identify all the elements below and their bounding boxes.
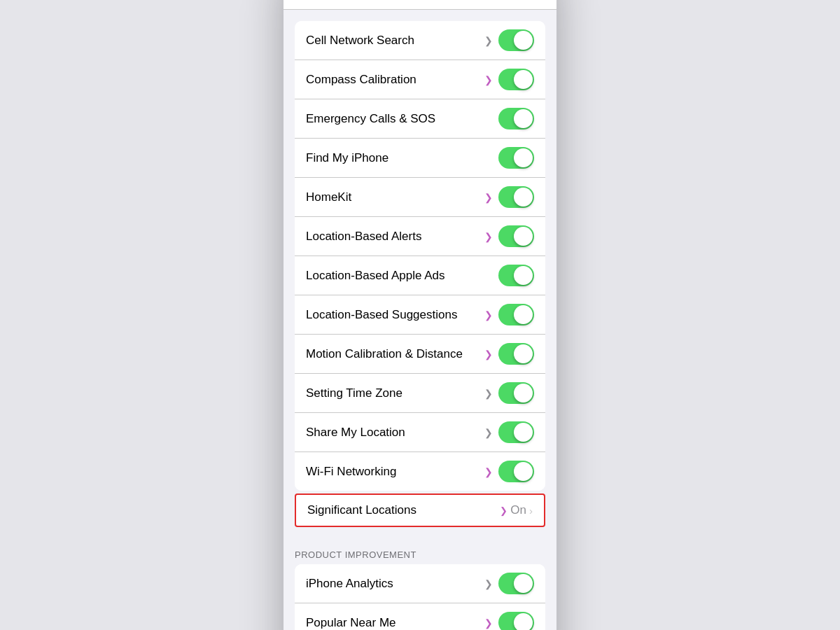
list-item: Popular Near Me ❯ <box>295 603 545 630</box>
significant-locations-container: Significant Locations ❯ On › <box>284 493 556 527</box>
location-icon: ❯ <box>484 349 493 360</box>
significant-location-icon: ❯ <box>500 505 507 516</box>
item-label: Location-Based Suggestions <box>306 308 457 322</box>
list-item: Motion Calibration & Distance ❯ <box>295 335 545 374</box>
list-item: Emergency Calls & SOS <box>295 99 545 139</box>
emergency-toggle[interactable] <box>498 108 534 130</box>
significant-locations-chevron-icon: › <box>529 505 533 517</box>
item-label: Wi-Fi Networking <box>306 465 396 479</box>
settings-list: Cell Network Search ❯ Compass Calibratio… <box>295 21 545 491</box>
back-label: Back <box>302 0 329 1</box>
location-icon: ❯ <box>484 466 493 477</box>
significant-locations-label: Significant Locations <box>307 503 416 517</box>
share-location-toggle[interactable] <box>498 421 534 443</box>
list-item: Share My Location ❯ <box>295 413 545 452</box>
location-icon: ❯ <box>484 192 493 203</box>
item-label: Cell Network Search <box>306 34 414 48</box>
location-icon: ❯ <box>484 74 493 85</box>
item-label: Popular Near Me <box>306 616 396 630</box>
homekit-toggle[interactable] <box>498 186 534 208</box>
list-item: Setting Time Zone ❯ <box>295 374 545 413</box>
location-icon: ❯ <box>484 309 493 321</box>
item-label: Motion Calibration & Distance <box>306 347 463 361</box>
compass-toggle[interactable] <box>498 69 534 90</box>
item-label: HomeKit <box>306 190 351 204</box>
location-icon: ❯ <box>484 617 493 629</box>
item-label: Compass Calibration <box>306 73 416 87</box>
location-icon: ❯ <box>484 427 493 438</box>
item-label: Location-Based Alerts <box>306 230 421 244</box>
location-suggestions-toggle[interactable] <box>498 304 534 326</box>
popular-near-me-toggle[interactable] <box>498 612 534 630</box>
nav-title: System Services <box>372 0 467 1</box>
back-chevron-icon: ‹ <box>295 0 300 1</box>
top-spacer <box>284 10 556 21</box>
phone-frame: 9:29 📶 ‹ Back System Services <box>284 0 556 630</box>
list-item: Wi-Fi Networking ❯ <box>295 452 545 491</box>
list-item: iPhone Analytics ❯ <box>295 564 545 603</box>
nav-bar: ‹ Back System Services <box>284 0 556 10</box>
wifi-networking-toggle[interactable] <box>498 461 534 482</box>
item-label: Share My Location <box>306 426 405 440</box>
list-item: HomeKit ❯ <box>295 178 545 217</box>
item-label: iPhone Analytics <box>306 577 393 591</box>
product-improvement-header: PRODUCT IMPROVEMENT <box>284 536 556 564</box>
list-item: Find My iPhone <box>295 139 545 178</box>
significant-locations-row[interactable]: Significant Locations ❯ On › <box>295 493 545 527</box>
list-item: Location-Based Apple Ads <box>295 256 545 295</box>
item-label: Emergency Calls & SOS <box>306 112 435 126</box>
location-icon: ❯ <box>484 578 493 589</box>
list-item: Compass Calibration ❯ <box>295 60 545 99</box>
cell-network-toggle[interactable] <box>498 29 534 51</box>
location-icon: ❯ <box>484 35 493 46</box>
motion-calibration-toggle[interactable] <box>498 343 534 365</box>
find-my-iphone-toggle[interactable] <box>498 147 534 169</box>
location-alerts-toggle[interactable] <box>498 225 534 247</box>
back-button[interactable]: ‹ Back <box>295 0 328 1</box>
item-label: Location-Based Apple Ads <box>306 269 444 283</box>
item-label: Find My iPhone <box>306 151 388 165</box>
list-item: Cell Network Search ❯ <box>295 21 545 60</box>
list-item: Location-Based Alerts ❯ <box>295 217 545 256</box>
list-item: Location-Based Suggestions ❯ <box>295 295 545 335</box>
product-improvement-section: PRODUCT IMPROVEMENT iPhone Analytics ❯ P… <box>284 530 556 630</box>
location-icon: ❯ <box>484 388 493 399</box>
apple-ads-toggle[interactable] <box>498 265 534 286</box>
item-label: Setting Time Zone <box>306 386 402 400</box>
location-icon: ❯ <box>484 231 493 242</box>
significant-locations-status: On <box>510 503 526 517</box>
content-scroll[interactable]: Cell Network Search ❯ Compass Calibratio… <box>284 10 556 630</box>
time-zone-toggle[interactable] <box>498 382 534 404</box>
product-improvement-list: iPhone Analytics ❯ Popular Near Me ❯ <box>295 564 545 630</box>
iphone-analytics-toggle[interactable] <box>498 573 534 594</box>
